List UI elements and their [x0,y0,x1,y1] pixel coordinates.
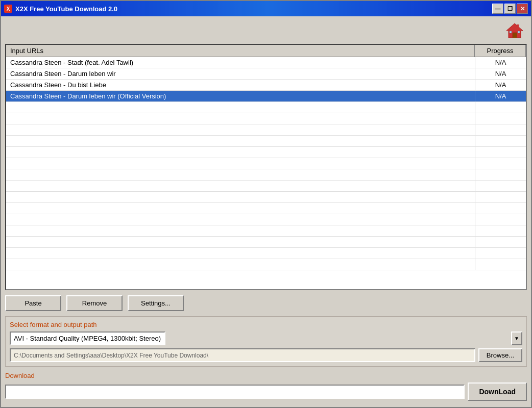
svg-rect-1 [517,24,519,28]
table-row-empty [6,136,526,147]
table-cell-progress: N/A [475,80,526,90]
download-progress-bar [5,385,465,399]
table-row-empty [6,124,526,136]
dropdown-arrow-icon: ▼ [511,332,522,345]
table-row-empty [6,259,526,270]
path-row: Browse... [10,348,522,362]
restore-button[interactable]: ❐ [504,4,516,14]
download-row: DownLoad [5,382,527,401]
table-cell-progress: N/A [475,57,526,68]
table-row-empty [6,181,526,192]
table-row-empty [6,248,526,259]
download-section-label: Download [5,372,527,379]
browse-button[interactable]: Browse... [478,348,522,362]
format-section-label: Select format and output path [10,321,522,328]
url-column-header: Input URLs [6,45,475,57]
table-row[interactable]: Cassandra Steen - Darum leben wir (Offic… [6,91,526,102]
output-path-input[interactable] [10,348,475,362]
table-row-empty [6,102,526,113]
remove-button[interactable]: Remove [66,295,123,311]
content-area: Input URLs Progress Cassandra Steen - St… [1,16,531,407]
svg-rect-4 [518,31,520,33]
app-icon: X [4,5,12,13]
table-cell-url: Cassandra Steen - Stadt (feat. Adel Tawi… [6,57,475,68]
table-row-empty [6,147,526,158]
format-select[interactable]: AVI - Standard Quality (MPEG4, 1300kbit;… [10,332,165,345]
table-row-empty [6,203,526,214]
table-row[interactable]: Cassandra Steen - Du bist Liebe N/A [6,80,526,91]
progress-column-header: Progress [475,45,526,57]
close-button[interactable]: ✕ [517,4,528,14]
home-icon-row [5,20,527,41]
table-body: Cassandra Steen - Stadt (feat. Adel Tawi… [6,57,526,289]
table-row[interactable]: Cassandra Steen - Stadt (feat. Adel Tawi… [6,57,526,68]
table-cell-progress: N/A [475,68,526,79]
title-bar: X X2X Free YouTube Download 2.0 — ❐ ✕ [1,1,531,16]
paste-button[interactable]: Paste [5,295,61,311]
table-row-empty [6,214,526,225]
table-row-empty [6,192,526,203]
home-icon[interactable] [504,20,525,41]
download-button[interactable]: DownLoad [468,382,527,401]
table-cell-url: Cassandra Steen - Darum leben wir [6,68,475,79]
format-row: AVI - Standard Quality (MPEG4, 1300kbit;… [10,332,522,345]
table-row-empty [6,113,526,124]
download-section: Download DownLoad [5,370,527,403]
title-buttons: — ❐ ✕ [492,4,528,14]
svg-rect-3 [510,31,512,33]
table-row-empty [6,158,526,169]
table-row-empty [6,225,526,237]
table-cell-url: Cassandra Steen - Darum leben wir (Offic… [6,91,475,101]
svg-rect-2 [513,33,517,38]
table-cell-url: Cassandra Steen - Du bist Liebe [6,80,475,90]
main-window: X X2X Free YouTube Download 2.0 — ❐ ✕ [0,0,532,408]
format-select-wrapper: AVI - Standard Quality (MPEG4, 1300kbit;… [10,332,522,345]
table-row[interactable]: Cassandra Steen - Darum leben wir N/A [6,68,526,80]
minimize-button[interactable]: — [492,4,503,14]
settings-button[interactable]: Settings... [128,295,184,311]
table-header: Input URLs Progress [6,45,526,57]
window-title: X2X Free YouTube Download 2.0 [15,5,117,13]
url-table: Input URLs Progress Cassandra Steen - St… [5,44,527,290]
table-row-empty [6,237,526,248]
title-bar-left: X X2X Free YouTube Download 2.0 [4,5,117,13]
format-section: Select format and output path AVI - Stan… [5,316,527,367]
table-row-empty [6,169,526,181]
table-cell-progress: N/A [475,91,526,101]
action-buttons-row: Paste Remove Settings... [5,293,527,313]
